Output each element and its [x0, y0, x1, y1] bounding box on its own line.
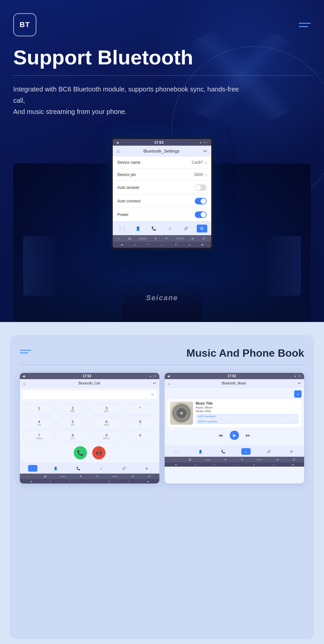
bottom-home[interactable]: ⌂: [118, 237, 120, 240]
call-home-icon[interactable]: ⌂: [23, 381, 25, 385]
dial-2[interactable]: 2ABC: [57, 404, 89, 415]
dial-8[interactable]: 8TUV: [57, 431, 89, 442]
nav-call-icon[interactable]: 📞: [149, 225, 159, 233]
dial-0[interactable]: 0+: [124, 417, 156, 429]
music-conn-icon: ⟵: [298, 375, 302, 377]
ac-up[interactable]: ⬆: [175, 243, 177, 246]
music-bb-power[interactable]: ⏻: [188, 458, 191, 461]
call-bb-power[interactable]: ⏻: [44, 475, 46, 478]
call-hangup-button[interactable]: 📵: [92, 446, 105, 459]
bottom-fan[interactable]: ❄: [154, 237, 157, 240]
bottom-vol[interactable]: 🔊: [202, 237, 206, 240]
ac-back[interactable]: ◀: [121, 243, 122, 246]
dial-4[interactable]: 4GHI: [23, 417, 55, 429]
auto-answer-toggle[interactable]: [195, 184, 207, 191]
auto-connect-row[interactable]: Auto connect: [113, 195, 211, 208]
call-bb-vol[interactable]: 🔊: [148, 475, 151, 478]
next-track-button[interactable]: ⏭: [246, 433, 250, 438]
prev-track-button[interactable]: ⏮: [219, 433, 223, 438]
call-back-icon[interactable]: ↩: [153, 381, 156, 385]
music-note-button[interactable]: ♫: [294, 390, 302, 398]
nav-apps-icon[interactable]: ⋮⋮: [117, 225, 127, 233]
music-nav-contact[interactable]: 👤: [196, 448, 205, 455]
music-nav-phone[interactable]: 📞: [219, 448, 228, 455]
nav-phone-icon[interactable]: 👤: [133, 225, 143, 233]
call-ac-mode[interactable]: ↵: [69, 480, 71, 483]
ac-fan[interactable]: —: [161, 244, 163, 246]
dial-1[interactable]: 1—: [23, 404, 55, 415]
music-ac-up[interactable]: ⬆: [253, 463, 255, 466]
power-toggle[interactable]: [195, 211, 207, 218]
call-nav-music[interactable]: ♫: [97, 465, 106, 472]
call-clear-button[interactable]: ✕: [151, 392, 154, 397]
dial-5[interactable]: 5JKL: [57, 417, 89, 429]
call-ac-fwd[interactable]: ▶: [147, 480, 149, 483]
call-ac-fan[interactable]: —: [89, 481, 91, 483]
call-nav-link[interactable]: 🔗: [119, 465, 129, 472]
home-icon[interactable]: ⌂: [117, 148, 119, 154]
call-bb-home[interactable]: ⌂: [28, 475, 30, 478]
music-bb-air[interactable]: ⟲: [241, 458, 243, 461]
music-bb-fan[interactable]: ❄: [224, 458, 227, 461]
device-name-row[interactable]: Device name CarBT ›: [113, 157, 211, 169]
call-nav-settings[interactable]: ⚙: [142, 465, 151, 472]
ac-forward[interactable]: ▶: [202, 243, 203, 246]
dial-6[interactable]: 6MNO: [91, 417, 122, 429]
bottom-auto[interactable]: AUTO: [176, 237, 184, 240]
nav-music-icon[interactable]: ♫: [165, 225, 175, 233]
call-bb-dual[interactable]: DUAL: [60, 475, 65, 478]
auto-answer-row[interactable]: Auto answer: [113, 181, 211, 195]
play-button[interactable]: ▶: [230, 431, 239, 440]
call-bb-fan[interactable]: ❄: [80, 475, 82, 478]
music-nav-link[interactable]: 🔗: [264, 448, 273, 455]
music-ac-mode[interactable]: ↵: [214, 463, 216, 466]
call-nav-apps[interactable]: ⋮⋮: [28, 465, 37, 472]
music-ac-fan[interactable]: —: [233, 464, 235, 466]
menu-button[interactable]: [299, 23, 311, 27]
auto-connect-toggle[interactable]: [195, 198, 207, 204]
music-bb-sync[interactable]: ⇌: [276, 458, 279, 461]
bottom-air[interactable]: ⟲: [165, 237, 168, 240]
dial-hash[interactable]: #: [124, 431, 156, 442]
music-back-icon[interactable]: ↩: [298, 381, 301, 385]
bottom-sync[interactable]: ⇌: [191, 237, 194, 240]
car-center-console: [122, 282, 202, 322]
bottom-menu-button[interactable]: [20, 350, 31, 353]
power-row[interactable]: Power: [113, 208, 211, 222]
music-ac-back[interactable]: ◀: [175, 463, 177, 466]
music-nav-apps[interactable]: ⋮⋮: [173, 448, 182, 455]
nav-settings-icon[interactable]: ⚙: [197, 225, 207, 233]
music-home-icon[interactable]: ⌂: [168, 381, 170, 385]
music-ac-fwd[interactable]: ▶: [292, 463, 294, 466]
music-bb-home[interactable]: ⌂: [173, 458, 175, 461]
nav-link-icon[interactable]: 🔗: [181, 225, 191, 233]
dial-3[interactable]: 3DEF: [91, 404, 122, 415]
dial-7[interactable]: 7PQRS: [23, 431, 55, 442]
music-nav-music[interactable]: ♫: [241, 448, 251, 455]
device-pin-row[interactable]: Device pin 0000 ›: [113, 169, 211, 181]
call-back-btn[interactable]: ◀: [22, 375, 25, 378]
music-back-btn[interactable]: ◀: [167, 375, 170, 378]
call-ac-back[interactable]: ◀: [30, 480, 32, 483]
call-bb-auto[interactable]: AUTO: [112, 475, 118, 478]
call-input-field[interactable]: ✕: [22, 390, 157, 399]
music-bb-auto[interactable]: AUTO: [257, 458, 263, 461]
call-nav-phone[interactable]: 📞: [74, 465, 83, 472]
music-bb-vol[interactable]: 🔊: [293, 458, 296, 461]
screen-back-arrow[interactable]: ◀: [116, 141, 119, 144]
call-bb-sync[interactable]: ⇌: [132, 475, 134, 478]
dial-star[interactable]: *: [124, 404, 156, 415]
music-nav-settings[interactable]: ⚙: [287, 448, 296, 455]
call-dial-button[interactable]: 📞: [74, 446, 87, 459]
music-signal-icon: ▲: [294, 375, 297, 377]
ac-mode[interactable]: ↵: [147, 243, 149, 246]
power-label: Power: [117, 212, 129, 217]
call-nav-contact[interactable]: 👤: [51, 465, 60, 472]
dial-9[interactable]: 9WXYZ: [91, 431, 122, 442]
back-icon[interactable]: ↩: [203, 148, 207, 154]
bottom-dual[interactable]: DUAL: [139, 237, 147, 240]
call-ac-up[interactable]: ⬆: [108, 480, 110, 483]
bottom-power[interactable]: ⏻: [128, 237, 131, 240]
call-bb-air[interactable]: ⟲: [96, 475, 98, 478]
music-bb-dual[interactable]: DUAL: [205, 458, 210, 461]
